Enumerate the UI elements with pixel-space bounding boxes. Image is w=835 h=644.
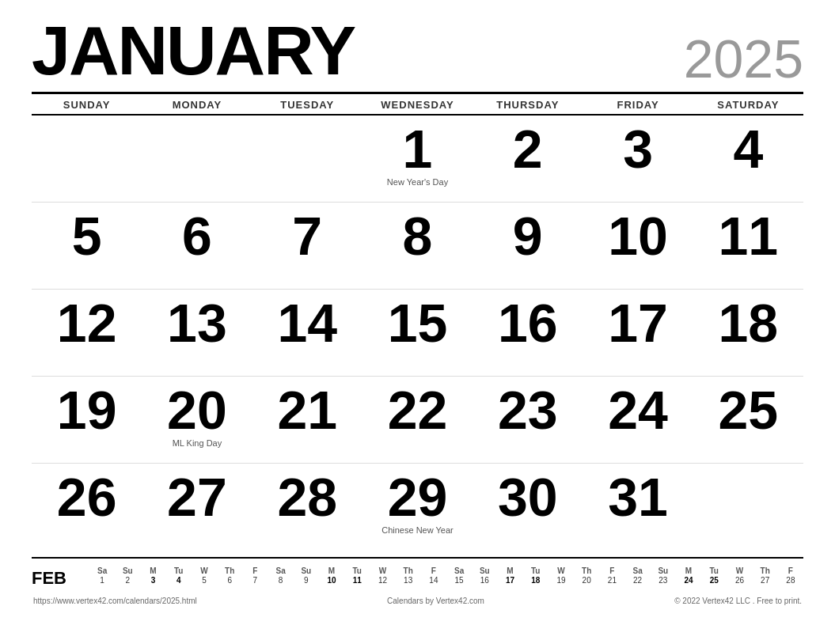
footer-center: Calendars by Vertex42.com — [387, 597, 484, 605]
mini-day-cell: 16 — [472, 575, 497, 585]
day-number: 27 — [167, 470, 227, 524]
day-number: 2 — [513, 122, 543, 176]
calendar-cell: 1New Year's Day — [362, 116, 473, 203]
day-number: 5 — [72, 209, 102, 263]
mini-grid: SaSuMTuWThFSaSuMTuWThFSaSuMTuWThFSaSuMTu… — [89, 566, 803, 585]
day-number: 8 — [403, 209, 433, 263]
footer-copyright: © 2022 Vertex42 LLC . Free to print. — [674, 597, 802, 605]
mini-header-cell: Th — [753, 566, 778, 575]
mini-day-cell: 17 — [497, 575, 522, 585]
calendar-cell: 28 — [252, 464, 362, 551]
holiday-label: New Year's Day — [387, 177, 448, 187]
calendar-cell: 11 — [693, 203, 803, 290]
calendar-cell: 5 — [32, 203, 142, 290]
mini-header-cell: Su — [472, 566, 497, 575]
calendar-cell: 24 — [583, 377, 693, 464]
mini-day-cell: 8 — [268, 575, 294, 585]
day-number: 11 — [719, 209, 779, 263]
calendar-cell: 7 — [252, 203, 362, 290]
mini-day-cell: 19 — [548, 575, 574, 585]
day-number: 25 — [719, 383, 779, 437]
calendar-cell: 3 — [583, 116, 693, 203]
day-number: 6 — [182, 209, 212, 263]
day-header: WEDNESDAY — [362, 99, 473, 111]
calendar-header: JANUARY 2025 — [32, 16, 803, 85]
mini-day-cell: 5 — [192, 575, 217, 585]
mini-header-cell: Sa — [446, 566, 472, 575]
calendar-cell: 12 — [32, 290, 142, 377]
mini-header-cell: W — [370, 566, 395, 575]
mini-header-cell: W — [727, 566, 752, 575]
calendar-cell — [32, 116, 142, 203]
calendar-page: JANUARY 2025 SUNDAYMONDAYTUESDAYWEDNESDA… — [0, 0, 835, 644]
mini-header-cell: M — [497, 566, 522, 575]
calendar-cell — [252, 116, 362, 203]
mini-header-cell: Tu — [166, 566, 192, 575]
mini-day-cell: 25 — [701, 575, 727, 585]
mini-header-cell: Th — [574, 566, 599, 575]
calendar-cell: 20ML King Day — [142, 377, 252, 464]
day-number: 13 — [167, 296, 227, 350]
mini-header-cell: W — [548, 566, 574, 575]
day-header: MONDAY — [142, 99, 252, 111]
day-header: TUESDAY — [252, 99, 362, 111]
day-number: 10 — [608, 209, 668, 263]
mini-day-cell: 4 — [166, 575, 192, 585]
mini-day-cell: 2 — [115, 575, 140, 585]
calendar-cell — [142, 116, 252, 203]
mini-header-cell: M — [676, 566, 701, 575]
mini-header-cell: Sa — [625, 566, 651, 575]
mini-day-cell: 27 — [753, 575, 778, 585]
mini-day-cell: 9 — [294, 575, 319, 585]
mini-header-cell: F — [242, 566, 268, 575]
footer: https://www.vertex42.com/calendars/2025.… — [32, 597, 803, 605]
calendar-cell: 2 — [473, 116, 583, 203]
mini-header-cell: W — [192, 566, 217, 575]
calendar-grid: 1New Year's Day2345678910111213141516171… — [32, 116, 803, 551]
day-number: 26 — [57, 470, 117, 524]
mini-header-cell: Su — [115, 566, 140, 575]
calendar-cell: 29Chinese New Year — [362, 464, 473, 551]
mini-month-label: FEB — [32, 566, 75, 589]
day-number: 31 — [608, 470, 668, 524]
mini-day-cell: 11 — [344, 575, 370, 585]
calendar-cell: 16 — [473, 290, 583, 377]
mini-header-cell: Th — [217, 566, 242, 575]
calendar-cell: 18 — [693, 290, 803, 377]
mini-day-cell: 12 — [370, 575, 395, 585]
day-number: 24 — [608, 383, 668, 437]
day-header: SUNDAY — [32, 99, 142, 111]
day-header: SATURDAY — [693, 99, 803, 111]
day-number: 20 — [167, 383, 227, 437]
day-number: 23 — [498, 383, 558, 437]
day-headers-row: SUNDAYMONDAYTUESDAYWEDNESDAYTHURSDAYFRID… — [32, 94, 803, 116]
mini-day-cell: 6 — [217, 575, 242, 585]
calendar-cell: 10 — [583, 203, 693, 290]
day-header: FRIDAY — [583, 99, 693, 111]
calendar-cell: 15 — [362, 290, 473, 377]
mini-header-cell: Tu — [523, 566, 548, 575]
mini-calendar-section: FEB SaSuMTuWThFSaSuMTuWThFSaSuMTuWThFSaS… — [32, 557, 803, 592]
mini-day-cell: 26 — [727, 575, 752, 585]
mini-day-cell: 14 — [421, 575, 446, 585]
calendar-cell: 19 — [32, 377, 142, 464]
calendar-cell: 31 — [583, 464, 693, 551]
day-number: 3 — [623, 122, 653, 176]
calendar-cell: 4 — [693, 116, 803, 203]
day-number: 30 — [498, 470, 558, 524]
mini-header-cell: Sa — [268, 566, 294, 575]
mini-header-cell: Su — [651, 566, 676, 575]
month-title: JANUARY — [32, 16, 355, 85]
calendar-cell: 25 — [693, 377, 803, 464]
calendar-cell: 9 — [473, 203, 583, 290]
mini-header-cell: M — [140, 566, 165, 575]
day-number: 12 — [57, 296, 117, 350]
holiday-label: ML King Day — [173, 438, 222, 448]
mini-day-cell: 15 — [446, 575, 472, 585]
day-number: 9 — [513, 209, 543, 263]
calendar-cell: 8 — [362, 203, 473, 290]
day-number: 18 — [719, 296, 779, 350]
mini-day-cell: 24 — [676, 575, 701, 585]
calendar-cell: 17 — [583, 290, 693, 377]
day-number: 7 — [292, 209, 322, 263]
